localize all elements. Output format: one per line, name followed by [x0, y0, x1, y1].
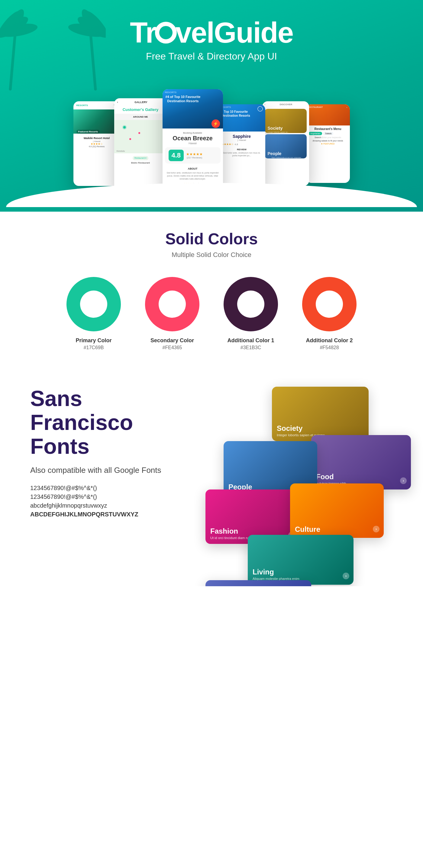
fonts-title: Sans Francisco Fonts	[30, 387, 187, 459]
ocean-screen: RESORTS #4 of Top 10 Favourite Destinati…	[163, 89, 223, 195]
cat-culture: Culture ›	[290, 484, 384, 538]
discover-screen: ‹ DISCOVER Society Integer lobortis sapi…	[262, 101, 309, 186]
hero-section: TrvelGuide Free Travel & Directory App U…	[0, 0, 423, 212]
swatch-hex-primary: #17C69B	[84, 345, 104, 350]
swatch-name-primary: Primary Color	[75, 337, 111, 344]
font-sample-bold-upper: ABCDEFGHIJKLMNOPQRSTUVWXYZ	[30, 511, 187, 518]
swatch-ring-primary	[66, 277, 121, 331]
colors-title: Solid Colors	[30, 230, 393, 248]
hero-title: TrvelGuide	[6, 18, 417, 47]
swatch-hex-secondary: #FE4365	[163, 345, 182, 350]
swatch-secondary: Secondary Color #FE4365	[145, 277, 199, 350]
map-area: Honolulu	[114, 120, 167, 153]
gallery-label: GALLERY	[134, 101, 148, 104]
sapphire-screen: RESORTS Top 10 Favourite Destination Res…	[219, 104, 265, 189]
gallery-screen: ‹ GALLERY Customer's Gallery AROUND ME H…	[114, 98, 167, 192]
culture-arrow: ›	[373, 526, 380, 532]
screens-container: RESORTS 🔍 Featured Resorts Waikiki Resor…	[6, 74, 417, 195]
waikiki-name: Waikiki Resort Hotel	[76, 137, 118, 140]
waikiki-rating: 4.6 (32) Reviews	[76, 146, 118, 148]
swatch-hex-additional2: #F54828	[320, 345, 339, 350]
fonts-section: Sans Francisco Fonts Also compatible wit…	[0, 369, 423, 586]
booking-available: Booking Available Ocean Breeze Hawaii	[163, 128, 223, 146]
swatch-name-additional1: Additional Color 1	[228, 337, 274, 344]
fonts-compat: Also compatible with all Google Fonts	[30, 465, 187, 475]
resort-image: Featured Resorts	[73, 110, 120, 134]
swatch-ring-secondary	[145, 277, 199, 331]
colors-section: Solid Colors Multiple Solid Color Choice…	[0, 212, 423, 369]
fonts-left: Sans Francisco Fonts Also compatible wit…	[30, 387, 187, 520]
cat-living: Living Aliquam molestie pharetra enim ›	[248, 535, 354, 585]
swatch-name-additional2: Additional Color 2	[306, 337, 353, 344]
living-arrow: ›	[343, 572, 349, 579]
font-sample-lowercase: abcdefghijklmnopqrstuvwxyz	[30, 502, 187, 509]
cat-society: Society Integer lobortis sapien et euism…	[272, 387, 369, 441]
colors-subtitle: Multiple Solid Color Choice	[30, 251, 393, 259]
hero-subtitle: Free Travel & Directory App UI	[6, 51, 417, 62]
swatch-additional2: Additional Color 2 #F54828	[302, 277, 357, 350]
font-sample-regular: 1234567890!@#$%^&*()	[30, 493, 187, 500]
restaurant-screen: RESTAURANT ‹ Restaurant's Menu Vegetaria…	[306, 104, 350, 183]
around-me: AROUND ME	[114, 114, 167, 120]
swatch-ring-additional2	[302, 277, 357, 331]
color-swatches: Primary Color #17C69B Secondary Color #F…	[30, 277, 393, 350]
fonts-right: Society Integer lobortis sapien et euism…	[205, 387, 393, 568]
font-sample-light: 1234567890!@#$%^&*()	[30, 485, 187, 492]
swatch-primary: Primary Color #17C69B	[66, 277, 121, 350]
o-logo	[155, 22, 177, 43]
waikiki-loc: | Hawaii	[76, 140, 118, 143]
cat-food: Food pulvinar tempor nibh ›	[311, 435, 411, 490]
swatch-additional1: Additional Color 1 #3E1B3C	[224, 277, 278, 350]
swatch-ring-additional1	[224, 277, 278, 331]
food-arrow: ›	[400, 477, 407, 484]
swatch-hex-additional1: #3E1B3C	[240, 345, 261, 350]
back-icon: ‹	[117, 101, 118, 104]
cat-entertainment: Entertainment Cras at tempus ligula ›	[205, 580, 311, 586]
restaurant-tag: Restaurant ▾	[133, 156, 148, 160]
customers-gallery: Customer's Gallery	[114, 106, 167, 114]
resorts-screen: RESORTS 🔍 Featured Resorts Waikiki Resor…	[73, 101, 120, 186]
resorts-label: RESORTS	[76, 104, 88, 107]
swatch-name-secondary: Secondary Color	[151, 337, 194, 344]
bistro-name: Bistro Restaurant	[117, 161, 165, 164]
font-samples: 1234567890!@#$%^&*() 1234567890!@#$%^&*(…	[30, 485, 187, 518]
